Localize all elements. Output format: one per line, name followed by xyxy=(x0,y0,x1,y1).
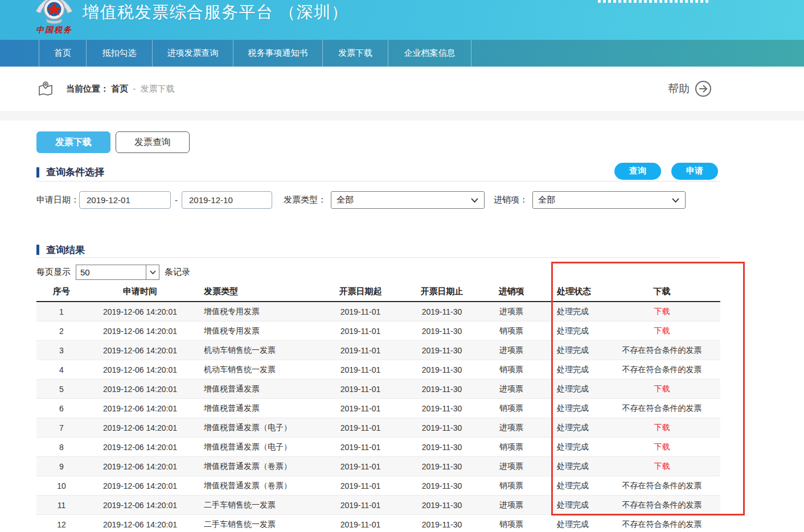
page-size-select[interactable]: 50 xyxy=(76,265,159,280)
cell-end: 2019-11-30 xyxy=(402,365,482,374)
table-row: 82019-12-06 14:20:01增值税普通发票（电子）2019-11-0… xyxy=(36,438,720,457)
cell-seq: 12 xyxy=(36,520,87,529)
help-button[interactable]: 帮助 xyxy=(668,80,712,97)
cell-status: 处理完成 xyxy=(541,384,604,394)
download-link[interactable]: 下载 xyxy=(654,423,670,432)
cell-status: 处理完成 xyxy=(541,345,604,356)
cell-invoice_type: 增值税普通发票 xyxy=(194,384,319,394)
app-header: 中国税务 增值税发票综合服务平台 （深圳） xyxy=(0,0,804,40)
cell-status: 处理完成 xyxy=(541,519,604,530)
cell-direction: 进项票 xyxy=(482,345,541,356)
cell-seq: 11 xyxy=(36,501,87,510)
column-header-5: 进销项 xyxy=(482,286,541,297)
cell-direction: 进项票 xyxy=(482,307,541,317)
nav-item-4[interactable]: 发票下载 xyxy=(323,40,388,67)
download-link[interactable]: 下载 xyxy=(654,384,670,393)
column-header-0: 序号 xyxy=(36,286,87,297)
table-row: 62019-12-06 14:20:01增值税普通发票2019-11-01201… xyxy=(36,399,720,418)
column-header-6: 处理状态 xyxy=(541,286,604,297)
cell-apply_time: 2019-12-06 14:20:01 xyxy=(87,307,194,316)
cell-end: 2019-11-30 xyxy=(402,404,482,413)
cell-invoice_type: 二手车销售统一发票 xyxy=(194,500,319,510)
cell-end: 2019-11-30 xyxy=(402,520,482,529)
cell-apply_time: 2019-12-06 14:20:01 xyxy=(87,385,194,394)
table-row: 72019-12-06 14:20:01增值税普通发票（电子）2019-11-0… xyxy=(36,418,720,438)
tab-invoice-query[interactable]: 发票查询 xyxy=(116,131,190,153)
breadcrumb-bar: 当前位置： 首页 - 发票下载 帮助 xyxy=(0,67,804,111)
page-size-suffix: 条记录 xyxy=(165,267,190,278)
cell-direction: 销项票 xyxy=(482,365,541,375)
cell-invoice_type: 二手车销售统一发票 xyxy=(194,519,319,530)
no-invoice-text: 不存在符合条件的发票 xyxy=(622,365,702,374)
no-invoice-text: 不存在符合条件的发票 xyxy=(622,345,702,354)
cell-start: 2019-11-01 xyxy=(319,481,402,490)
download-link[interactable]: 下载 xyxy=(654,326,670,335)
cell-seq: 3 xyxy=(36,346,87,355)
direction-value: 全部 xyxy=(538,195,555,205)
invoice-type-value: 全部 xyxy=(337,195,354,205)
direction-select[interactable]: 全部 xyxy=(532,191,686,209)
cell-seq: 10 xyxy=(36,481,87,490)
table-body: 12019-12-06 14:20:01增值税专用发票2019-11-01201… xyxy=(36,302,720,532)
table-row: 112019-12-06 14:20:01二手车销售统一发票2019-11-01… xyxy=(36,496,720,515)
cell-invoice_type: 增值税普通发票（卷票） xyxy=(194,481,319,491)
query-conditions-title: 查询条件选择 xyxy=(46,166,104,179)
download-cell: 下载 xyxy=(604,384,720,394)
select-arrow-zone xyxy=(146,265,159,279)
download-cell: 不存在符合条件的发票 xyxy=(604,365,720,375)
query-conditions-header: 查询条件选择 查询 申请 xyxy=(36,163,720,182)
download-cell: 下载 xyxy=(604,307,720,317)
cell-status: 处理完成 xyxy=(541,442,604,452)
breadcrumb: 当前位置： 首页 - 发票下载 xyxy=(66,84,175,94)
cell-seq: 5 xyxy=(36,385,87,394)
chevron-down-icon xyxy=(672,198,679,203)
cell-direction: 销项票 xyxy=(482,481,541,491)
cell-start: 2019-11-01 xyxy=(319,307,402,316)
apply-button[interactable]: 申请 xyxy=(671,163,718,180)
cell-end: 2019-11-30 xyxy=(402,385,482,394)
cell-direction: 进项票 xyxy=(482,500,541,510)
cell-status: 处理完成 xyxy=(541,500,604,510)
invoice-type-label: 发票类型： xyxy=(284,195,326,205)
download-cell: 不存在符合条件的发票 xyxy=(604,403,720,414)
main-nav: 首页抵扣勾选进项发票查询税务事项通知书发票下载企业档案信息 xyxy=(0,40,804,67)
cell-apply_time: 2019-12-06 14:20:01 xyxy=(87,481,194,490)
download-link[interactable]: 下载 xyxy=(654,461,670,471)
column-header-1: 申请时间 xyxy=(87,286,194,297)
tab-invoice-download[interactable]: 发票下载 xyxy=(36,131,110,153)
cell-start: 2019-11-01 xyxy=(319,443,402,452)
results-table: 序号申请时间发票类型开票日期起开票日期止进销项处理状态下载 12019-12-0… xyxy=(36,282,720,532)
nav-item-0[interactable]: 首页 xyxy=(39,40,87,67)
no-invoice-text: 不存在符合条件的发票 xyxy=(622,403,702,413)
logo: 中国税务 xyxy=(31,0,77,35)
cell-invoice_type: 机动车销售统一发票 xyxy=(194,365,319,375)
page: 中国税务 增值税发票综合服务平台 （深圳） 首页抵扣勾选进项发票查询税务事项通知… xyxy=(0,0,804,532)
download-cell: 下载 xyxy=(604,326,720,336)
date-from-input[interactable] xyxy=(79,191,171,209)
breadcrumb-home[interactable]: 首页 xyxy=(111,84,128,93)
download-cell: 不存在符合条件的发票 xyxy=(604,500,720,510)
search-button[interactable]: 查询 xyxy=(614,163,661,180)
nav-item-3[interactable]: 税务事项通知书 xyxy=(233,40,323,67)
nav-item-2[interactable]: 进项发票查询 xyxy=(153,40,233,67)
cell-end: 2019-11-30 xyxy=(402,443,482,452)
direction-label: 进销项： xyxy=(494,195,528,205)
table-row: 102019-12-06 14:20:01增值税普通发票（卷票）2019-11-… xyxy=(36,476,720,496)
section-bar xyxy=(36,245,39,255)
main-content: 发票下载 发票查询 查询条件选择 查询 申请 申请日期： - 发票类型： 全部 … xyxy=(36,131,720,532)
help-label: 帮助 xyxy=(668,81,690,96)
download-cell: 不存在符合条件的发票 xyxy=(604,519,720,530)
download-cell: 下载 xyxy=(604,423,720,433)
nav-item-1[interactable]: 抵扣勾选 xyxy=(87,40,153,67)
download-link[interactable]: 下载 xyxy=(654,307,670,316)
breadcrumb-label: 当前位置： xyxy=(66,84,109,93)
invoice-type-select[interactable]: 全部 xyxy=(331,191,485,209)
no-invoice-text: 不存在符合条件的发票 xyxy=(622,500,702,509)
clipped-header-text xyxy=(598,0,709,3)
cell-status: 处理完成 xyxy=(541,461,604,472)
table-row: 122019-12-06 14:20:01二手车销售统一发票2019-11-01… xyxy=(36,515,720,532)
cell-start: 2019-11-01 xyxy=(319,385,402,394)
download-link[interactable]: 下载 xyxy=(654,442,670,451)
date-to-input[interactable] xyxy=(182,191,272,209)
nav-item-5[interactable]: 企业档案信息 xyxy=(388,40,471,67)
